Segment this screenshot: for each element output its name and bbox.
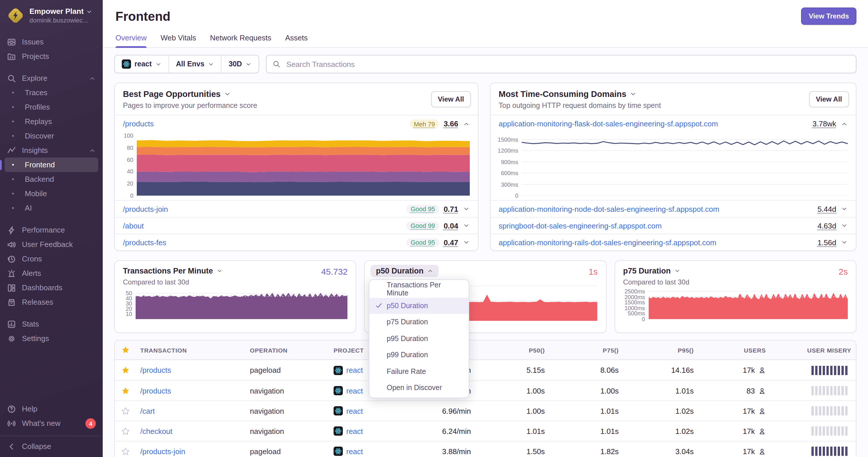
chevron-down-icon[interactable] xyxy=(841,222,848,229)
project-cell[interactable]: react xyxy=(329,406,424,416)
p75-chart[interactable] xyxy=(648,290,848,319)
domain-link[interactable]: application-monitoring-node-dot-sales-en… xyxy=(499,204,719,213)
transaction-link[interactable]: /products xyxy=(140,386,171,395)
chevron-down-icon[interactable] xyxy=(463,205,470,213)
tpm-chart[interactable] xyxy=(135,290,348,319)
menu-item-p99-duration[interactable]: p99 Duration xyxy=(369,347,469,363)
page-link[interactable]: /products xyxy=(123,120,154,128)
page-row[interactable]: /products-fes Good 95 0.47 xyxy=(115,234,478,251)
chevron-down-icon[interactable] xyxy=(463,222,470,229)
project-cell[interactable]: react xyxy=(329,426,424,436)
menu-item-open-in-discover[interactable]: Open in Discover xyxy=(369,380,469,396)
transaction-link[interactable]: /cart xyxy=(140,406,155,415)
metric-selector[interactable]: Transactions Per Minute xyxy=(123,267,348,275)
table-row-products-join[interactable]: /products-join pageload react 3.88/min 1… xyxy=(115,441,856,457)
table-row-products[interactable]: /products pageload react /min 5.15s 8.06… xyxy=(115,360,856,380)
sidebar-item-dashboards[interactable]: Dashboards xyxy=(0,281,103,295)
column-header-p75[interactable]: P75() xyxy=(550,347,623,353)
view-trends-button[interactable]: View Trends xyxy=(801,7,857,25)
chevron-down-icon[interactable] xyxy=(841,239,848,246)
page-link[interactable]: /products-fes xyxy=(123,238,166,247)
domain-row[interactable]: application-monitoring-node-dot-sales-en… xyxy=(491,200,856,217)
best-pages-chart[interactable] xyxy=(137,136,470,196)
sidebar-item-frontend[interactable]: Frontend xyxy=(5,158,98,172)
sidebar-item-crons[interactable]: Crons xyxy=(0,252,103,266)
domain-row[interactable]: application-monitoring-rails-dot-sales-e… xyxy=(491,234,856,251)
project-cell[interactable]: react xyxy=(329,447,424,456)
panel-title[interactable]: Most Time-Consuming Domains xyxy=(499,90,848,99)
metric-selector[interactable]: p75 Duration xyxy=(623,267,848,275)
menu-item-transactions-per-minute[interactable]: Transactions Per Minute xyxy=(369,281,469,297)
view-all-button[interactable]: View All xyxy=(431,91,471,107)
transaction-link[interactable]: /checkout xyxy=(140,427,172,435)
page-row[interactable]: /about Good 99 0.04 xyxy=(115,217,478,234)
star-toggle-icon[interactable] xyxy=(121,406,130,415)
menu-item-failure-rate[interactable]: Failure Rate xyxy=(369,363,469,380)
view-all-button[interactable]: View All xyxy=(809,91,849,107)
date-range-filter[interactable]: 30D xyxy=(221,55,258,73)
tab-network-requests[interactable]: Network Requests xyxy=(210,33,271,47)
page-link[interactable]: /products-join xyxy=(123,204,168,213)
tab-assets[interactable]: Assets xyxy=(285,33,308,47)
domain-link[interactable]: application-monitoring-rails-dot-sales-e… xyxy=(499,238,716,247)
sidebar-item-help[interactable]: Help xyxy=(0,402,103,416)
domain-link[interactable]: application-monitoring-flask-dot-sales-e… xyxy=(499,120,718,128)
sidebar-item-stats[interactable]: Stats xyxy=(0,317,103,331)
chevron-down-icon[interactable] xyxy=(841,205,848,213)
domain-row-expanded[interactable]: application-monitoring-flask-dot-sales-e… xyxy=(491,116,856,132)
sidebar-item-user-feedback[interactable]: User Feedback xyxy=(0,237,103,252)
column-header-transaction[interactable]: Transaction xyxy=(135,347,245,353)
sidebar-item-settings[interactable]: Settings xyxy=(0,331,103,346)
domain-row[interactable]: springboot-dot-sales-engineering-sf.apps… xyxy=(491,217,856,234)
column-header-user-misery[interactable]: User Misery xyxy=(771,347,856,353)
star-icon[interactable] xyxy=(121,346,130,354)
table-row-checkout[interactable]: /checkout navigation react 6.24/min 1.01… xyxy=(115,421,856,441)
sidebar-item-performance[interactable]: Performance xyxy=(0,223,103,237)
page-link[interactable]: /about xyxy=(123,221,144,230)
sidebar-item-releases[interactable]: Releases xyxy=(0,295,103,309)
sidebar-item-backend[interactable]: Backend xyxy=(5,172,98,186)
metric-selector-open[interactable]: p50 Duration xyxy=(371,265,439,277)
panel-title[interactable]: Best Page Opportunities xyxy=(123,90,470,99)
transaction-link[interactable]: /products xyxy=(140,366,171,374)
sidebar-item-ai[interactable]: AI xyxy=(5,201,98,215)
domain-duration-chart[interactable] xyxy=(522,136,848,196)
menu-item-p75-duration[interactable]: p75 Duration xyxy=(369,314,469,330)
menu-item-p95-duration[interactable]: p95 Duration xyxy=(369,330,469,347)
environment-filter[interactable]: All Envs xyxy=(168,55,221,73)
search-input[interactable] xyxy=(285,59,850,69)
table-row-products[interactable]: /products navigation react /min 1.00s 1.… xyxy=(115,380,856,400)
column-header-users[interactable]: Users xyxy=(698,347,771,353)
page-row[interactable]: /products-join Good 95 0.71 xyxy=(115,200,478,217)
sidebar-item-mobile[interactable]: Mobile xyxy=(5,186,98,201)
chevron-up-icon[interactable] xyxy=(841,120,848,127)
column-header-operation[interactable]: Operation xyxy=(245,347,329,353)
transaction-link[interactable]: /products-join xyxy=(140,447,185,456)
project-filter[interactable]: react xyxy=(115,55,168,73)
sidebar-item-traces[interactable]: Traces xyxy=(5,86,98,100)
chevron-up-icon[interactable] xyxy=(463,120,470,127)
sidebar-section-explore[interactable]: Explore xyxy=(0,71,103,86)
tab-overview[interactable]: Overview xyxy=(116,33,147,47)
column-header-p50[interactable]: P50() xyxy=(475,347,550,353)
sidebar-item-profiles[interactable]: Profiles xyxy=(5,100,98,114)
sidebar-item-issues[interactable]: Issues xyxy=(0,35,103,49)
star-toggle-icon[interactable] xyxy=(121,366,130,374)
sidebar-item-alerts[interactable]: Alerts xyxy=(0,266,103,281)
sidebar-item-replays[interactable]: Replays xyxy=(5,114,98,129)
sidebar-item-discover[interactable]: Discover xyxy=(5,129,98,143)
domain-link[interactable]: springboot-dot-sales-engineering-sf.apps… xyxy=(499,221,662,230)
star-toggle-icon[interactable] xyxy=(121,386,130,395)
menu-item-p50-duration[interactable]: p50 Duration xyxy=(369,297,469,314)
sidebar-item-whats-new[interactable]: What's new 4 xyxy=(0,416,103,430)
sidebar-item-projects[interactable]: Projects xyxy=(0,49,103,63)
chevron-down-icon[interactable] xyxy=(463,239,470,246)
tab-web-vitals[interactable]: Web Vitals xyxy=(160,33,196,47)
sidebar-collapse-button[interactable]: Collapse xyxy=(0,439,103,454)
org-switcher[interactable]: Empower Plant dominik.buszowiec... xyxy=(0,0,103,30)
table-row-cart[interactable]: /cart navigation react 6.96/min 1.00s 1.… xyxy=(115,400,856,421)
column-header-p95[interactable]: P95() xyxy=(623,347,698,353)
sidebar-section-insights[interactable]: Insights xyxy=(0,143,103,158)
star-toggle-icon[interactable] xyxy=(121,427,130,435)
page-row-expanded[interactable]: /products Meh 79 3.66 xyxy=(115,116,478,132)
